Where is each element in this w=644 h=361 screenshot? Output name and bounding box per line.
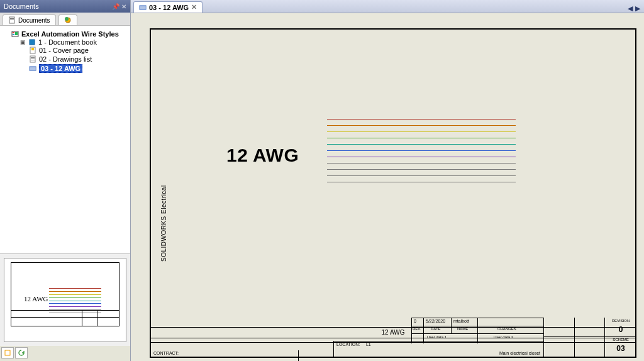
svg-rect-16 (5, 350, 10, 355)
vendor-label: SOLIDWORKS Electrical (160, 185, 167, 262)
svg-rect-8 (15, 32, 18, 35)
tree-document-book[interactable]: ▣ 1 - Document book (20, 38, 128, 46)
document-tab-close[interactable]: ✕ (191, 3, 197, 11)
tree-item-cover-page[interactable]: 01 - Cover page (29, 47, 128, 54)
title-block-sheet-title: 12 AWG (382, 329, 405, 336)
svg-rect-13 (31, 58, 35, 59)
thumbnail-title-block (11, 310, 119, 326)
contract-label: CONTRACT: (153, 351, 179, 355)
thumbnail-label: 12 AWG (24, 296, 48, 303)
drawing-title-text: 12 AWG (226, 146, 299, 165)
wire-sample (327, 138, 516, 138)
thumbnail-page: 12 AWG (11, 262, 119, 326)
tree-item-drawings-list[interactable]: 02 - Drawings list (29, 55, 128, 63)
wire-sample (327, 125, 516, 126)
document-tab-active[interactable]: 03 - 12 AWG ✕ (133, 1, 203, 13)
tab-documents-label: Documents (18, 17, 50, 24)
project-icon (11, 30, 19, 38)
svg-rect-12 (31, 57, 35, 58)
document-tree[interactable]: Excel Automation Wire Styles ▣ 1 - Docum… (0, 26, 130, 254)
wire-sample (327, 131, 516, 132)
document-tab-bar: 03 - 12 AWG ✕ ◀ ▶ (131, 0, 644, 13)
tree-collapse-icon[interactable]: ▣ (20, 39, 26, 45)
tab-nav-right[interactable]: ▶ (635, 4, 640, 13)
crop-note: · (172, 349, 174, 353)
panel-close-icon[interactable]: ✕ (121, 3, 126, 10)
components-icon (64, 16, 72, 24)
wire-sample (327, 175, 516, 176)
documents-panel: Documents 📌 ✕ Documents Excel Automation (0, 0, 131, 361)
side-bottom-tabs (0, 346, 130, 361)
tree-project-root[interactable]: Excel Automation Wire Styles (11, 30, 128, 38)
drawing-sheet: SOLIDWORKS Electrical 12 AWG 12 AWG CONT… (150, 28, 636, 358)
svg-rect-7 (13, 34, 14, 35)
wire-samples (327, 119, 516, 182)
wire-sample (327, 150, 516, 151)
svg-point-4 (65, 17, 69, 21)
drawing-area: 03 - 12 AWG ✕ ◀ ▶ SOLIDWORKS Electrical … (131, 0, 644, 361)
wire-sample (327, 119, 516, 119)
sheet-icon (4, 350, 11, 356)
panel-tabs: Documents (0, 13, 130, 26)
panel-pin-icon[interactable]: 📌 (112, 3, 119, 10)
tab-nav-left[interactable]: ◀ (628, 4, 633, 13)
drawing-canvas[interactable]: SOLIDWORKS Electrical 12 AWG 12 AWG CONT… (131, 13, 644, 361)
svg-rect-9 (30, 40, 35, 45)
svg-rect-6 (13, 32, 14, 33)
crosshair-vertical (298, 350, 299, 361)
wire-sample (327, 169, 516, 170)
cover-page-icon (29, 47, 36, 54)
tab-documents[interactable]: Documents (3, 14, 56, 25)
page-thumbnail[interactable]: 12 AWG (4, 258, 126, 342)
book-icon (28, 38, 36, 46)
wire-sample (327, 163, 516, 164)
solidworks-electrical-window: Documents 📌 ✕ Documents Excel Automation (0, 0, 644, 361)
wire-sample (327, 182, 516, 182)
wire-sample (327, 144, 516, 145)
thumbnail-wire (49, 294, 101, 295)
documents-panel-title-bar[interactable]: Documents 📌 ✕ (0, 0, 130, 13)
wire-sample (327, 157, 516, 157)
svg-rect-2 (10, 19, 14, 20)
document-icon (8, 16, 16, 24)
tab-components[interactable] (58, 14, 77, 25)
thumbnail-wire (49, 306, 101, 307)
list-icon (29, 55, 36, 63)
thumbnail-wire (49, 291, 101, 292)
thumbnail-wire (49, 297, 101, 298)
side-tab-1[interactable] (1, 347, 14, 358)
document-tab-label: 03 - 12 AWG (149, 4, 189, 11)
schematic-icon (29, 65, 36, 72)
documents-panel-title: Documents (4, 3, 39, 10)
title-block: 12 AWG CONTRACT: LOCATION: L1 Main elect… (151, 327, 635, 357)
thumbnail-wire (49, 288, 101, 289)
thumbnail-wire (49, 301, 101, 301)
svg-rect-14 (31, 60, 35, 60)
svg-rect-1 (10, 18, 14, 19)
thumbnail-wires (49, 288, 101, 313)
refresh-icon (18, 350, 25, 356)
thumbnail-wire (49, 303, 101, 304)
schematic-icon (139, 4, 147, 11)
tab-nav: ◀ ▶ (628, 4, 641, 13)
side-tab-2[interactable] (15, 347, 28, 358)
tree-item-12-awg[interactable]: 03 - 12 AWG (29, 64, 128, 73)
title-block-scheme: REVISION 0 SCHEME 03 (543, 318, 635, 357)
title-block-revision-table: 0 5/22/2020 mtalbott REV. DATE NAME CHAN… (411, 318, 544, 343)
